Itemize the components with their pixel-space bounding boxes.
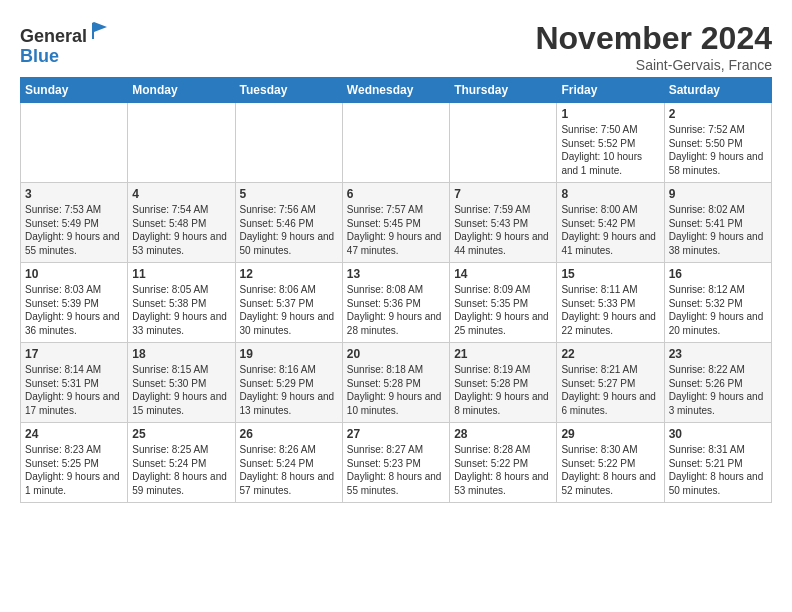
day-number: 11 [132,267,230,281]
day-number: 26 [240,427,338,441]
day-number: 8 [561,187,659,201]
logo-blue-text: Blue [20,47,111,67]
calendar-cell: 19Sunrise: 8:16 AM Sunset: 5:29 PM Dayli… [235,343,342,423]
calendar-week-row: 1Sunrise: 7:50 AM Sunset: 5:52 PM Daylig… [21,103,772,183]
day-number: 29 [561,427,659,441]
calendar-week-row: 10Sunrise: 8:03 AM Sunset: 5:39 PM Dayli… [21,263,772,343]
day-info: Sunrise: 8:21 AM Sunset: 5:27 PM Dayligh… [561,363,659,417]
calendar-header-friday: Friday [557,78,664,103]
calendar-cell: 27Sunrise: 8:27 AM Sunset: 5:23 PM Dayli… [342,423,449,503]
calendar-cell: 28Sunrise: 8:28 AM Sunset: 5:22 PM Dayli… [450,423,557,503]
calendar-cell: 6Sunrise: 7:57 AM Sunset: 5:45 PM Daylig… [342,183,449,263]
day-number: 2 [669,107,767,121]
day-info: Sunrise: 8:30 AM Sunset: 5:22 PM Dayligh… [561,443,659,497]
day-info: Sunrise: 8:02 AM Sunset: 5:41 PM Dayligh… [669,203,767,257]
day-number: 18 [132,347,230,361]
day-number: 20 [347,347,445,361]
day-number: 27 [347,427,445,441]
day-number: 9 [669,187,767,201]
day-number: 4 [132,187,230,201]
calendar-cell: 15Sunrise: 8:11 AM Sunset: 5:33 PM Dayli… [557,263,664,343]
day-info: Sunrise: 8:15 AM Sunset: 5:30 PM Dayligh… [132,363,230,417]
day-number: 15 [561,267,659,281]
month-title: November 2024 [535,20,772,57]
calendar-cell: 5Sunrise: 7:56 AM Sunset: 5:46 PM Daylig… [235,183,342,263]
day-info: Sunrise: 8:23 AM Sunset: 5:25 PM Dayligh… [25,443,123,497]
logo: General Blue [20,20,111,67]
day-info: Sunrise: 7:54 AM Sunset: 5:48 PM Dayligh… [132,203,230,257]
calendar-header-thursday: Thursday [450,78,557,103]
day-number: 1 [561,107,659,121]
calendar-header-sunday: Sunday [21,78,128,103]
calendar-cell: 26Sunrise: 8:26 AM Sunset: 5:24 PM Dayli… [235,423,342,503]
day-number: 17 [25,347,123,361]
day-number: 30 [669,427,767,441]
calendar-header-wednesday: Wednesday [342,78,449,103]
location: Saint-Gervais, France [535,57,772,73]
day-number: 7 [454,187,552,201]
calendar-cell: 1Sunrise: 7:50 AM Sunset: 5:52 PM Daylig… [557,103,664,183]
title-block: November 2024 Saint-Gervais, France [535,20,772,73]
calendar-cell: 3Sunrise: 7:53 AM Sunset: 5:49 PM Daylig… [21,183,128,263]
day-info: Sunrise: 8:14 AM Sunset: 5:31 PM Dayligh… [25,363,123,417]
day-info: Sunrise: 8:03 AM Sunset: 5:39 PM Dayligh… [25,283,123,337]
logo-blue: Blue [20,46,59,66]
day-number: 25 [132,427,230,441]
day-info: Sunrise: 8:18 AM Sunset: 5:28 PM Dayligh… [347,363,445,417]
calendar-cell: 24Sunrise: 8:23 AM Sunset: 5:25 PM Dayli… [21,423,128,503]
day-number: 23 [669,347,767,361]
calendar-cell: 13Sunrise: 8:08 AM Sunset: 5:36 PM Dayli… [342,263,449,343]
day-info: Sunrise: 8:25 AM Sunset: 5:24 PM Dayligh… [132,443,230,497]
day-number: 14 [454,267,552,281]
day-number: 22 [561,347,659,361]
calendar-table: SundayMondayTuesdayWednesdayThursdayFrid… [20,77,772,503]
day-info: Sunrise: 8:28 AM Sunset: 5:22 PM Dayligh… [454,443,552,497]
day-info: Sunrise: 8:11 AM Sunset: 5:33 PM Dayligh… [561,283,659,337]
day-info: Sunrise: 7:59 AM Sunset: 5:43 PM Dayligh… [454,203,552,257]
calendar-cell: 12Sunrise: 8:06 AM Sunset: 5:37 PM Dayli… [235,263,342,343]
calendar-cell: 8Sunrise: 8:00 AM Sunset: 5:42 PM Daylig… [557,183,664,263]
calendar-header-tuesday: Tuesday [235,78,342,103]
day-info: Sunrise: 7:56 AM Sunset: 5:46 PM Dayligh… [240,203,338,257]
day-info: Sunrise: 8:19 AM Sunset: 5:28 PM Dayligh… [454,363,552,417]
day-number: 19 [240,347,338,361]
calendar-cell: 17Sunrise: 8:14 AM Sunset: 5:31 PM Dayli… [21,343,128,423]
calendar-header-saturday: Saturday [664,78,771,103]
calendar-cell: 10Sunrise: 8:03 AM Sunset: 5:39 PM Dayli… [21,263,128,343]
logo-flag-icon [89,20,111,42]
calendar-cell: 16Sunrise: 8:12 AM Sunset: 5:32 PM Dayli… [664,263,771,343]
calendar-header-row: SundayMondayTuesdayWednesdayThursdayFrid… [21,78,772,103]
day-info: Sunrise: 8:08 AM Sunset: 5:36 PM Dayligh… [347,283,445,337]
day-number: 16 [669,267,767,281]
day-number: 28 [454,427,552,441]
day-info: Sunrise: 8:12 AM Sunset: 5:32 PM Dayligh… [669,283,767,337]
calendar-week-row: 3Sunrise: 7:53 AM Sunset: 5:49 PM Daylig… [21,183,772,263]
day-number: 6 [347,187,445,201]
day-number: 3 [25,187,123,201]
calendar-cell: 14Sunrise: 8:09 AM Sunset: 5:35 PM Dayli… [450,263,557,343]
calendar-cell: 25Sunrise: 8:25 AM Sunset: 5:24 PM Dayli… [128,423,235,503]
calendar-cell: 30Sunrise: 8:31 AM Sunset: 5:21 PM Dayli… [664,423,771,503]
calendar-cell: 18Sunrise: 8:15 AM Sunset: 5:30 PM Dayli… [128,343,235,423]
day-info: Sunrise: 7:53 AM Sunset: 5:49 PM Dayligh… [25,203,123,257]
day-info: Sunrise: 8:00 AM Sunset: 5:42 PM Dayligh… [561,203,659,257]
calendar-cell: 2Sunrise: 7:52 AM Sunset: 5:50 PM Daylig… [664,103,771,183]
calendar-cell: 11Sunrise: 8:05 AM Sunset: 5:38 PM Dayli… [128,263,235,343]
calendar-cell: 7Sunrise: 7:59 AM Sunset: 5:43 PM Daylig… [450,183,557,263]
day-number: 21 [454,347,552,361]
calendar-cell: 21Sunrise: 8:19 AM Sunset: 5:28 PM Dayli… [450,343,557,423]
day-info: Sunrise: 8:31 AM Sunset: 5:21 PM Dayligh… [669,443,767,497]
day-info: Sunrise: 7:57 AM Sunset: 5:45 PM Dayligh… [347,203,445,257]
logo-text: General [20,20,111,47]
day-info: Sunrise: 8:22 AM Sunset: 5:26 PM Dayligh… [669,363,767,417]
calendar-cell [21,103,128,183]
calendar-week-row: 17Sunrise: 8:14 AM Sunset: 5:31 PM Dayli… [21,343,772,423]
day-info: Sunrise: 8:27 AM Sunset: 5:23 PM Dayligh… [347,443,445,497]
page: General Blue November 2024 Saint-Gervais… [0,0,792,513]
day-info: Sunrise: 7:50 AM Sunset: 5:52 PM Dayligh… [561,123,659,177]
svg-marker-0 [92,22,107,39]
calendar-cell: 20Sunrise: 8:18 AM Sunset: 5:28 PM Dayli… [342,343,449,423]
calendar-cell [235,103,342,183]
calendar-cell: 4Sunrise: 7:54 AM Sunset: 5:48 PM Daylig… [128,183,235,263]
calendar-cell: 23Sunrise: 8:22 AM Sunset: 5:26 PM Dayli… [664,343,771,423]
